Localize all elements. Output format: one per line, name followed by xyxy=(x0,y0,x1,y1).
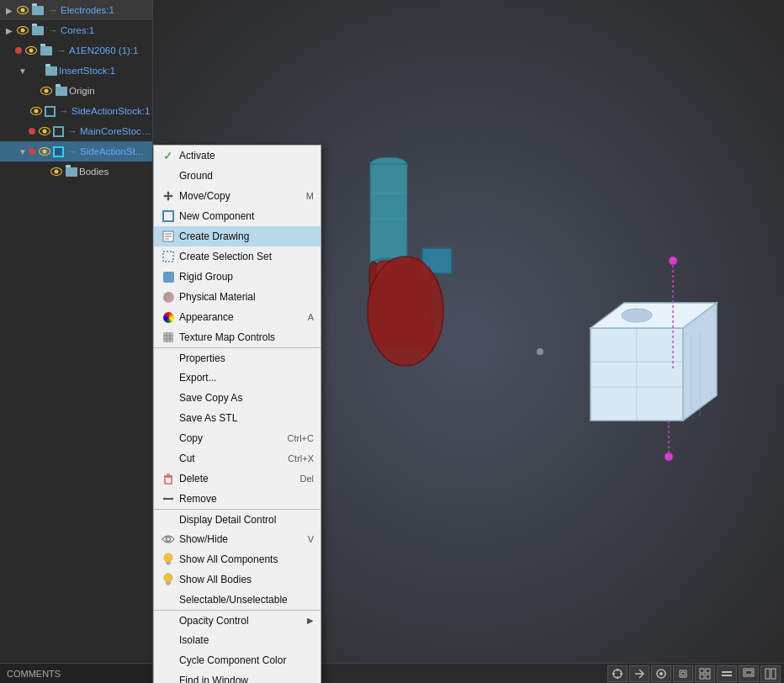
saveastl-icon xyxy=(161,410,176,426)
menu-label: Opacity Control xyxy=(179,615,307,627)
menu-item-activate[interactable]: ✓ Activate xyxy=(154,146,320,166)
menu-item-remove[interactable]: Remove xyxy=(154,489,320,509)
menu-item-savecopy[interactable]: Save Copy As xyxy=(154,388,320,408)
collapse-arrow[interactable]: ▶ xyxy=(3,4,15,16)
tree-item-sideactionst2[interactable]: ▼ → SideActionSt... xyxy=(0,141,152,161)
menu-label: Selectable/Unselectable xyxy=(179,594,314,606)
svg-rect-22 xyxy=(167,584,170,585)
svg-rect-21 xyxy=(166,582,171,584)
svg-rect-55 xyxy=(700,669,704,673)
menu-item-texturemap[interactable]: Texture Map Controls xyxy=(154,327,320,347)
menu-item-saveasstl[interactable]: Save As STL xyxy=(154,408,320,428)
eye-icon[interactable] xyxy=(29,104,43,118)
eye-icon[interactable] xyxy=(38,124,51,138)
menu-item-rigidgroup[interactable]: Rigid Group xyxy=(154,267,320,287)
status-btn-7[interactable] xyxy=(739,665,759,682)
opacity-icon xyxy=(161,613,176,628)
forward-arrow-icon: → xyxy=(55,44,68,57)
svg-point-16 xyxy=(167,537,171,542)
menu-label: Activate xyxy=(179,150,314,161)
ground-icon xyxy=(161,168,176,183)
menu-item-cyclecomponent[interactable]: Cycle Component Color xyxy=(154,650,320,670)
menu-item-movecopy[interactable]: Move/Copy M xyxy=(154,186,320,206)
svg-rect-4 xyxy=(163,251,173,262)
status-btn-6[interactable] xyxy=(717,665,737,682)
status-btn-2[interactable] xyxy=(629,665,649,682)
submenu-arrow: ▶ xyxy=(307,616,314,625)
svg-rect-5 xyxy=(163,332,173,342)
menu-item-createdrawing[interactable]: Create Drawing xyxy=(154,226,320,246)
eye-icon[interactable] xyxy=(16,24,29,37)
eye-icon[interactable] xyxy=(40,84,53,98)
eye-icon[interactable] xyxy=(16,3,29,17)
folder-icon xyxy=(31,3,45,17)
properties-icon xyxy=(161,351,176,366)
eye-icon[interactable] xyxy=(50,165,63,178)
eye-icon[interactable] xyxy=(38,145,51,158)
menu-item-physicalmaterial[interactable]: Physical Material xyxy=(154,287,320,307)
folder-icon xyxy=(45,64,58,77)
left-panel: ▶ → Electrodes:1 ▶ → Cores:1 ▶ → A1EN206… xyxy=(0,0,153,683)
shortcut: M xyxy=(306,191,314,201)
isolate-icon xyxy=(161,633,176,648)
menu-item-findinwindow[interactable]: Find in Window xyxy=(154,670,320,683)
tree-item-a1en2060[interactable]: ▶ → A1EN2060 (1):1 xyxy=(0,40,152,61)
folder-icon xyxy=(65,165,78,178)
menu-label: Create Drawing xyxy=(179,230,314,242)
remove-icon xyxy=(161,491,176,506)
status-dot xyxy=(29,128,35,135)
menu-item-cut[interactable]: Cut Ctrl+X xyxy=(154,448,320,469)
svg-point-17 xyxy=(164,553,172,562)
comments-label: COMMENTS xyxy=(7,669,61,679)
forward-arrow-icon: → xyxy=(66,124,79,138)
find-icon xyxy=(161,673,176,683)
tree-item-bodies[interactable]: ▶ Bodies xyxy=(0,161,152,182)
menu-item-createselectionset[interactable]: Create Selection Set xyxy=(154,246,320,267)
shortcut: Ctrl+C xyxy=(288,433,314,443)
svg-point-54 xyxy=(660,672,663,675)
tree-item-insertstock[interactable]: ▼ InsertStock:1 xyxy=(0,61,152,81)
menu-item-isolate[interactable]: Isolate xyxy=(154,630,320,650)
status-dot xyxy=(29,148,35,155)
status-btn-3[interactable] xyxy=(651,665,671,682)
svg-point-37 xyxy=(622,309,652,322)
collapse-arrow[interactable]: ▶ xyxy=(3,24,15,36)
menu-item-newcomponent[interactable]: New Component xyxy=(154,206,320,226)
collapse-arrow[interactable]: ▼ xyxy=(17,146,29,157)
collapse-arrow[interactable]: ▼ xyxy=(17,65,29,77)
menu-item-selectable[interactable]: Selectable/Unselectable xyxy=(154,590,320,610)
status-btn-4[interactable] xyxy=(673,665,693,682)
status-btn-5[interactable] xyxy=(695,665,715,682)
bottom-bar: COMMENTS xyxy=(0,663,152,683)
tree-item-cores[interactable]: ▶ → Cores:1 xyxy=(0,20,152,40)
menu-item-showallbodies[interactable]: Show All Bodies xyxy=(154,569,320,590)
svg-rect-57 xyxy=(700,675,704,679)
menu-item-export[interactable]: Export... xyxy=(154,368,320,388)
tree-label: InsertStock:1 xyxy=(59,66,115,76)
tree-label: SideActionSt... xyxy=(80,146,143,156)
menu-item-copy[interactable]: Copy Ctrl+C xyxy=(154,428,320,448)
menu-item-displaydetail[interactable]: Display Detail Control xyxy=(154,509,320,529)
status-dot xyxy=(15,47,22,54)
eye-icon[interactable] xyxy=(24,44,38,57)
status-btn-1[interactable] xyxy=(607,665,628,682)
menu-item-opacity[interactable]: Opacity Control ▶ xyxy=(154,610,320,630)
menu-label: Display Detail Control xyxy=(179,514,314,526)
tree-item-origin[interactable]: ▶ Origin xyxy=(0,81,152,101)
tree-item-electrodes[interactable]: ▶ → Electrodes:1 xyxy=(0,0,152,20)
tree-item-sideactionstock1[interactable]: ▶ → SideActionStock:1 xyxy=(0,101,152,121)
menu-label: Properties xyxy=(179,352,314,364)
svg-marker-14 xyxy=(163,497,165,500)
drawing-icon xyxy=(161,229,176,244)
tree-item-maincorestock[interactable]: ▶ → MainCoreStock:1 xyxy=(0,121,152,141)
menu-item-showallcomponents[interactable]: Show All Components xyxy=(154,549,320,569)
menu-item-ground[interactable]: Ground xyxy=(154,166,320,186)
forward-arrow-icon: → xyxy=(46,24,60,37)
menu-item-properties[interactable]: Properties xyxy=(154,347,320,368)
component-icon xyxy=(53,126,64,137)
menu-item-delete[interactable]: Delete Del xyxy=(154,469,320,489)
export-icon xyxy=(161,370,176,385)
menu-item-appearance[interactable]: Appearance A xyxy=(154,307,320,327)
status-btn-8[interactable] xyxy=(760,665,781,682)
menu-item-showhide[interactable]: Show/Hide V xyxy=(154,529,320,549)
